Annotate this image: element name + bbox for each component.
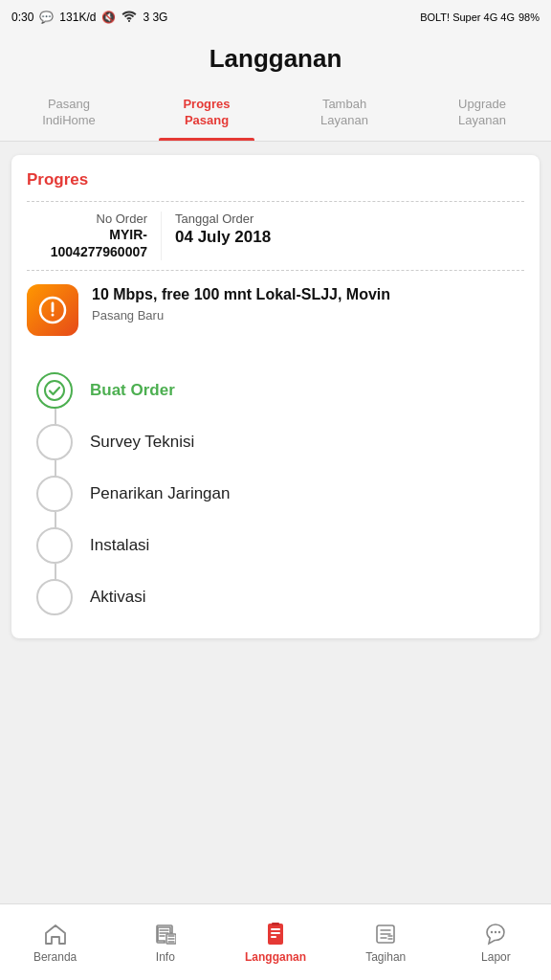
card-title: Progres <box>27 170 524 189</box>
step-survey-teknisi: Survey Teknisi <box>36 416 524 468</box>
svg-rect-7 <box>271 932 280 934</box>
nav-label-tagihan: Tagihan <box>365 950 406 964</box>
service-info: 10 Mbps, free 100 mnt Lokal-SLJJ, Movin … <box>92 284 390 322</box>
tabs-bar: Pasang IndiHome Progres Pasang Tambah La… <box>0 87 551 142</box>
step-label-aktivasi: Aktivasi <box>90 588 146 607</box>
home-icon <box>43 922 68 947</box>
svg-rect-9 <box>272 923 279 925</box>
step-penarikan-jaringan: Penarikan Jaringan <box>36 468 524 520</box>
order-date-column: Tanggal Order 04 July 2018 <box>161 212 524 260</box>
nav-label-langganan: Langganan <box>245 950 306 964</box>
step-label-buat-order: Buat Order <box>90 381 175 400</box>
info-nav-icon <box>153 922 178 947</box>
service-row: 10 Mbps, free 100 mnt Lokal-SLJJ, Movin … <box>27 284 524 345</box>
step-aktivasi: Aktivasi <box>36 571 524 623</box>
whatsapp-icon: 💬 <box>39 11 54 24</box>
nav-label-lapor: Lapor <box>481 950 511 964</box>
order-no-label: No Order <box>27 212 147 226</box>
status-time: 0:30 <box>11 11 33 24</box>
nav-item-langganan[interactable]: Langganan <box>220 904 330 980</box>
order-info-row: No Order MYIR-1004277960007 Tanggal Orde… <box>27 201 524 271</box>
service-name: 10 Mbps, free 100 mnt Lokal-SLJJ, Movin <box>92 284 390 305</box>
nav-item-lapor[interactable]: Lapor <box>441 904 551 980</box>
status-bar: 0:30 💬 131K/d 🔇 3 3G BOLT! Super 4G 4G 9… <box>0 0 551 34</box>
svg-point-11 <box>491 930 493 932</box>
step-circle-aktivasi <box>36 579 73 615</box>
tagihan-icon <box>373 922 398 947</box>
order-date-label: Tanggal Order <box>175 212 524 226</box>
status-network: 131K/d <box>59 11 96 24</box>
main-content: Progres No Order MYIR-1004277960007 Tang… <box>0 142 551 903</box>
step-circle-buat-order <box>36 372 73 409</box>
nav-label-info: Info <box>156 950 175 964</box>
service-type: Pasang Baru <box>92 308 390 323</box>
svg-rect-6 <box>271 928 280 930</box>
wifi-icon <box>121 11 137 25</box>
order-date-value: 04 July 2018 <box>175 228 524 247</box>
langganan-icon <box>263 922 288 947</box>
battery-level: 98% <box>518 11 540 23</box>
nav-item-info[interactable]: Info <box>110 904 220 980</box>
signal-text: 3 3G <box>143 11 167 24</box>
page-title-bar: Langganan <box>0 34 551 87</box>
status-right: BOLT! Super 4G 4G 98% <box>420 11 540 23</box>
order-number: MYIR-1004277960007 <box>27 226 147 260</box>
svg-point-13 <box>498 930 500 932</box>
svg-point-3 <box>45 381 64 400</box>
step-instalasi: Instalasi <box>36 520 524 571</box>
nav-label-beranda: Beranda <box>33 950 77 964</box>
svg-point-12 <box>495 930 496 932</box>
tab-tambah[interactable]: Tambah Layanan <box>276 87 413 141</box>
progres-card: Progres No Order MYIR-1004277960007 Tang… <box>11 155 540 638</box>
nav-item-beranda[interactable]: Beranda <box>0 904 110 980</box>
step-circle-penarikan-jaringan <box>36 476 73 512</box>
svg-rect-8 <box>271 936 276 938</box>
tab-pasang[interactable]: Pasang IndiHome <box>0 87 138 141</box>
step-buat-order: Buat Order <box>36 365 524 416</box>
svg-point-2 <box>52 314 55 317</box>
step-circle-instalasi <box>36 527 73 564</box>
step-label-instalasi: Instalasi <box>90 536 149 555</box>
lapor-icon <box>483 922 508 947</box>
order-no-column: No Order MYIR-1004277960007 <box>27 212 161 260</box>
status-left: 0:30 💬 131K/d 🔇 3 3G <box>11 11 167 25</box>
mute-icon: 🔇 <box>101 11 116 24</box>
service-icon <box>27 284 78 336</box>
page-title: Langganan <box>0 44 551 74</box>
progress-steps: Buat Order Survey Teknisi Penarikan Jari… <box>27 365 524 623</box>
step-label-penarikan-jaringan: Penarikan Jaringan <box>90 484 230 503</box>
nav-item-tagihan[interactable]: Tagihan <box>331 904 441 980</box>
step-label-survey-teknisi: Survey Teknisi <box>90 433 194 452</box>
tab-progres[interactable]: Progres Pasang <box>138 87 276 141</box>
step-circle-survey-teknisi <box>36 424 73 460</box>
carrier-name: BOLT! Super 4G 4G <box>420 11 515 23</box>
bottom-nav: Beranda Info Langganan <box>0 903 551 980</box>
tab-upgrade[interactable]: Upgrade Layanan <box>413 87 551 141</box>
